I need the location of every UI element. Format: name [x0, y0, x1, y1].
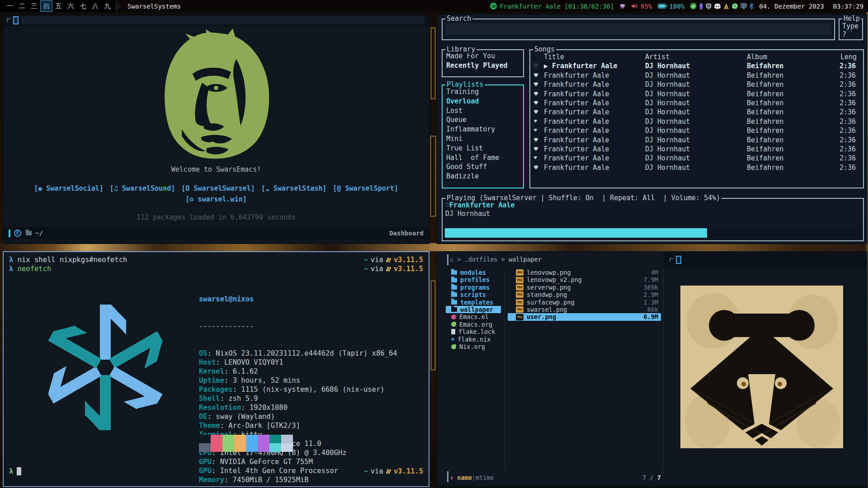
directory-row[interactable]: Emacs.el: [446, 313, 501, 320]
png-file-icon: PNG: [516, 314, 524, 320]
dashboard-button[interactable]: [⚙ swarsel.win]: [185, 195, 246, 203]
directory-row[interactable]: wallpaper: [446, 306, 501, 313]
song-title: Frankfurter Aale: [544, 80, 645, 89]
file-row[interactable]: PNG lenovowp_v2.png 7.9M: [508, 276, 661, 283]
breadcrumb[interactable]: ⌂ > .dotfiles > wallpaper: [450, 256, 542, 263]
song-row[interactable]: ♥ Frankfurter Aale DJ Hornhaut Beifahren…: [534, 163, 863, 172]
file-row[interactable]: PNG lenovowp.png 4M: [508, 269, 661, 276]
directory-row[interactable]: Emacs.org: [446, 321, 501, 328]
song-title: Frankfurter Aale: [544, 136, 645, 145]
tray-display-icon[interactable]: [741, 3, 747, 9]
tab-bar-strip: [21, 16, 425, 24]
song-album: Beifahren: [747, 163, 838, 172]
playlists-box: Playlists TrainingOverloadLostQueueInfla…: [442, 84, 524, 188]
workspace-button[interactable]: 四: [40, 0, 52, 12]
favorite-heart-icon[interactable]: ♥: [534, 126, 544, 135]
directory-row[interactable]: scripts: [446, 291, 501, 298]
directory-row[interactable]: programs: [446, 284, 501, 291]
song-row[interactable]: ♥ Frankfurter Aale DJ Hornhaut Beifahren…: [534, 99, 863, 108]
playlist-item[interactable]: Mini: [446, 134, 519, 144]
song-row[interactable]: ♥ Frankfurter Aale DJ Hornhaut Beifahren…: [534, 126, 863, 135]
file-row[interactable]: PNG surfacewp.png 1.3M: [508, 299, 661, 306]
song-row[interactable]: ♥ Frankfurter Aale DJ Hornhaut Beifahren…: [534, 80, 863, 89]
shell-prompt[interactable]: λ: [9, 467, 21, 475]
volume-module[interactable]: 65%: [631, 3, 652, 10]
song-row[interactable]: ♥ Frankfurter Aale DJ Hornhaut Beifahren…: [534, 154, 863, 163]
workspace-button[interactable]: 五: [52, 0, 65, 12]
tray-check-icon[interactable]: [690, 3, 697, 9]
playlist-item[interactable]: True List: [446, 144, 519, 153]
song-row[interactable]: ♥ Frankfurter Aale DJ Hornhaut Beifahren…: [534, 108, 863, 117]
library-item[interactable]: Recently Played: [446, 61, 519, 70]
song-row[interactable]: ♥ Frankfurter Aale DJ Hornhaut Beifahren…: [534, 145, 863, 154]
dashboard-button[interactable]: [☁ SwarselStash]: [261, 184, 327, 192]
favorite-heart-icon[interactable]: ♥: [534, 154, 544, 163]
now-playing-module[interactable]: Frankfurter Aale [01:38/02:36]: [490, 3, 614, 10]
favorite-heart-icon[interactable]: ♥: [534, 108, 544, 117]
song-row[interactable]: ♡ ▶ Frankfurter Aale DJ Hornhaut Beifahr…: [534, 61, 863, 70]
tray-hood-icon[interactable]: [723, 3, 729, 9]
file-type-icon: ❄: [451, 337, 454, 342]
dashboard-button[interactable]: [@ SwarselSport]: [333, 184, 398, 192]
file-row[interactable]: PNG serverwp.png 389k: [508, 284, 661, 291]
workspace-button[interactable]: 三: [28, 0, 40, 12]
dashboard-button[interactable]: [◉ SwarselSocial]: [34, 184, 104, 192]
tray-shard-icon[interactable]: [699, 3, 703, 9]
help-hint: Type ?: [840, 19, 862, 41]
favorite-heart-icon[interactable]: ♥: [534, 145, 544, 154]
favorite-heart-icon[interactable]: ♥: [534, 99, 544, 108]
song-row[interactable]: ♥ Frankfurter Aale DJ Hornhaut Beifahren…: [534, 89, 863, 99]
directory-row[interactable]: profiles: [446, 276, 501, 283]
playlist-item[interactable]: Training: [446, 87, 519, 97]
battery-module[interactable]: 100%: [658, 3, 685, 10]
song-album: Beifahren: [747, 145, 838, 154]
playlist-item[interactable]: Hall of Fame: [446, 153, 519, 163]
song-length: 2:36: [838, 71, 863, 80]
file-row[interactable]: PNG standwp.png 2.9M: [508, 291, 661, 298]
search-box[interactable]: Search: [442, 19, 835, 40]
song-row[interactable]: ♥ Frankfurter Aale DJ Hornhaut Beifahren…: [534, 71, 863, 80]
workspace-button[interactable]: 二: [16, 0, 28, 12]
workspace-button[interactable]: 一: [4, 0, 16, 12]
playlist-item[interactable]: Overload: [446, 97, 519, 106]
playlist-item[interactable]: Good Stuff: [446, 162, 519, 172]
favorite-heart-icon[interactable]: ♥: [534, 117, 544, 126]
directory-row[interactable]: templates: [446, 299, 501, 306]
tab-indicator-icon[interactable]: [13, 16, 19, 24]
workspace-button[interactable]: 八: [89, 0, 101, 12]
favorite-heart-icon[interactable]: ♥: [534, 71, 544, 80]
dashboard-button[interactable]: [Ω SwarselSwarsel]: [181, 184, 255, 192]
dashboard-button[interactable]: [♫ SwarselSound]: [110, 184, 175, 192]
tab-indicator-icon[interactable]: [676, 256, 681, 264]
favorite-heart-icon[interactable]: ♡: [534, 61, 544, 70]
song-title: Frankfurter Aale: [544, 126, 645, 135]
song-row[interactable]: ♥ Frankfurter Aale DJ Hornhaut Beifahren…: [534, 117, 863, 126]
seek-bar[interactable]: [445, 228, 861, 238]
playlist-item[interactable]: Badizzle: [446, 172, 519, 181]
playlist-item[interactable]: Inflammatory: [446, 125, 519, 134]
terminal-window[interactable]: λ nix shell nixpkgs#neofetch λ neofetch …: [3, 251, 429, 487]
tray-discord-icon[interactable]: [714, 3, 721, 9]
search-input[interactable]: [445, 23, 831, 35]
directory-row[interactable]: ❄ flake.nix: [446, 336, 501, 343]
workspace-button[interactable]: 六: [65, 0, 77, 12]
song-row[interactable]: ♥ Frankfurter Aale DJ Hornhaut Beifahren…: [534, 136, 863, 145]
file-row[interactable]: PNG user.png 6.9M: [508, 313, 661, 320]
favorite-heart-icon[interactable]: ♥: [534, 89, 544, 99]
tray-computer-icon[interactable]: [706, 3, 712, 9]
directory-row[interactable]: Nix.org: [446, 343, 501, 350]
tray-bluetooth-icon[interactable]: [749, 3, 754, 9]
favorite-heart-icon[interactable]: ♥: [534, 163, 544, 172]
workspace-button[interactable]: 九: [101, 0, 113, 12]
favorite-heart-icon[interactable]: ♥: [534, 80, 544, 89]
tray-syncthing-icon[interactable]: [731, 3, 738, 9]
playlist-item[interactable]: Lost: [446, 106, 519, 116]
file-row[interactable]: PNG swarsel.png 86k: [508, 306, 661, 313]
sort-status[interactable]: ↑ name | mtime: [450, 474, 494, 481]
playlist-item[interactable]: Queue: [446, 115, 519, 125]
directory-row[interactable]: flake.lock: [446, 328, 501, 335]
directory-row[interactable]: modules: [446, 269, 501, 276]
workspace-button[interactable]: 七: [77, 0, 89, 12]
tray-mushroom-icon[interactable]: [619, 3, 626, 9]
favorite-heart-icon[interactable]: ♥: [534, 136, 544, 145]
